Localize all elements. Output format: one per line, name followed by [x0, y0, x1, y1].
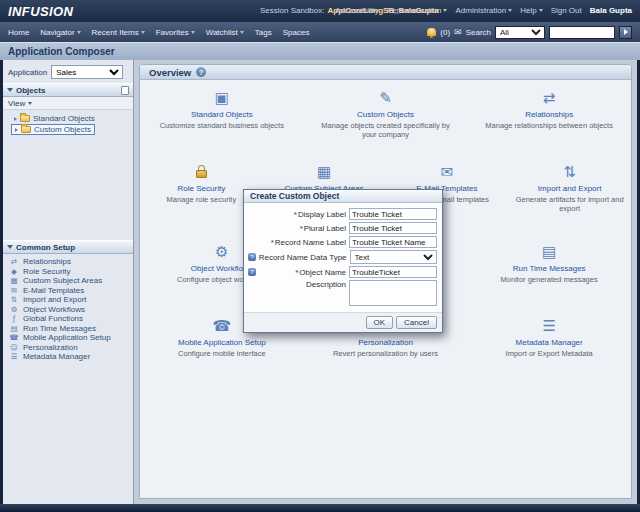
sidebar-item-email-templates[interactable]: ✉E-Mail Templates [3, 286, 133, 296]
sidebar-item-global-functions[interactable]: ƒGlobal Functions [3, 314, 133, 324]
card-link[interactable]: Metadata Manager [516, 338, 583, 347]
display-label-label: *Display Label [259, 210, 349, 219]
create-custom-object-dialog: Create Custom Object *Display Label *Plu… [243, 189, 443, 333]
plural-label-input[interactable] [349, 222, 437, 234]
tree-item-label: Standard Objects [33, 114, 95, 123]
card-link[interactable]: Run Time Messages [513, 264, 586, 273]
card-run-time-messages[interactable]: ▤ Run Time Messages Monitor generated me… [479, 242, 619, 284]
chevron-down-icon [28, 102, 32, 105]
search-area: (0) ✉ Search All [427, 26, 632, 39]
card-row-1: ▣ Standard Objects Customize standard bu… [140, 88, 631, 140]
common-setup-list: ⇄Relationships ◆Role Security ▦Custom Su… [3, 254, 133, 365]
sidebar-item-personalization[interactable]: ☺Personalization [3, 343, 133, 353]
tree-item-standard-objects[interactable]: Standard Objects [11, 113, 98, 124]
metadata-icon: ☰ [9, 352, 19, 361]
sidebar-item-role-security[interactable]: ◆Role Security [3, 267, 133, 277]
accessibility-link[interactable]: Accessibility [335, 6, 379, 15]
sign-out-link[interactable]: Sign Out [551, 6, 582, 15]
application-select[interactable]: Sales [51, 65, 123, 79]
plural-label-row: *Plural Label [248, 222, 437, 234]
menu-item-navigator[interactable]: Navigator [40, 28, 80, 37]
sidebar-item-run-time-messages[interactable]: ▤Run Time Messages [3, 324, 133, 334]
ok-button[interactable]: OK [366, 316, 394, 329]
card-desc: Manage role security [167, 195, 237, 204]
sidebar-item-object-workflows[interactable]: ⚙Object Workflows [3, 305, 133, 315]
card-link[interactable]: Mobile Application Setup [178, 338, 266, 347]
mail-icon[interactable]: ✉ [454, 27, 462, 37]
dialog-body: *Display Label *Plural Label *Record Nam… [244, 203, 442, 312]
card-standard-objects[interactable]: ▣ Standard Objects Customize standard bu… [152, 88, 292, 140]
card-relationships[interactable]: ⇄ Relationships Manage relationships bet… [479, 88, 619, 140]
search-label: Search [466, 28, 491, 37]
help-menu[interactable]: Help [520, 6, 542, 15]
window-bottom-frame [0, 504, 640, 512]
card-metadata-manager[interactable]: ☰ Metadata Manager Import or Export Meta… [479, 316, 619, 358]
sidebar: Application Sales Objects View Standard … [3, 60, 134, 504]
description-textarea[interactable] [349, 280, 437, 306]
card-link[interactable]: Role Security [178, 184, 226, 193]
object-name-input[interactable] [349, 266, 437, 278]
messages-icon: ▤ [9, 324, 19, 333]
cancel-button[interactable]: Cancel [396, 316, 437, 329]
sidebar-item-custom-subject-areas[interactable]: ▦Custom Subject Areas [3, 276, 133, 286]
disclosure-triangle-icon [7, 88, 13, 92]
sidebar-item-metadata-manager[interactable]: ☰Metadata Manager [3, 352, 133, 362]
view-menu-button[interactable]: View [3, 97, 133, 110]
card-desc: Manage objects created specifically by y… [315, 121, 455, 140]
standard-objects-icon: ▣ [215, 88, 229, 108]
card-role-security[interactable]: Role Security Manage role security [144, 162, 259, 214]
card-link[interactable]: Import and Export [538, 184, 602, 193]
sidebar-item-mobile-application-setup[interactable]: ☎Mobile Application Setup [3, 333, 133, 343]
card-custom-objects[interactable]: ✎ Custom Objects Manage objects created … [315, 88, 455, 140]
card-link[interactable]: Personalization [358, 338, 413, 347]
search-scope-select[interactable]: All [495, 26, 545, 39]
folder-icon [20, 115, 30, 122]
menu-item-tags[interactable]: Tags [255, 28, 272, 37]
tree-item-custom-objects[interactable]: Custom Objects [11, 124, 95, 135]
common-setup-header[interactable]: Common Setup [3, 240, 133, 254]
help-icon[interactable]: ? [196, 67, 206, 77]
personalization-menu[interactable]: Personalization [387, 6, 448, 15]
expand-icon[interactable] [15, 128, 18, 132]
expand-icon[interactable] [14, 117, 17, 121]
overview-title: Overview [149, 67, 191, 78]
overview-header: Overview ? [140, 65, 631, 80]
subject-areas-icon: ▦ [317, 162, 331, 182]
mobile-icon: ☎ [212, 316, 231, 336]
info-icon[interactable]: ? [248, 268, 256, 276]
relationships-icon: ⇄ [543, 88, 556, 108]
card-desc: Customize standard business objects [160, 121, 284, 130]
objects-page-icon[interactable] [121, 86, 129, 95]
chevron-down-icon [443, 9, 447, 12]
info-icon[interactable]: ? [248, 253, 256, 261]
notifications-bell-icon[interactable] [427, 28, 436, 36]
notifications-count[interactable]: (0) [440, 28, 450, 37]
menu-item-recent-items[interactable]: Recent Items [92, 28, 145, 37]
menu-item-favorites[interactable]: Favorites [156, 28, 195, 37]
display-label-input[interactable] [349, 208, 437, 220]
metadata-icon: ☰ [542, 316, 555, 336]
administration-menu[interactable]: Administration [455, 6, 512, 15]
sidebar-item-import-export[interactable]: ⇅Import and Export [3, 295, 133, 305]
card-link[interactable]: Custom Objects [357, 110, 414, 119]
mobile-icon: ☎ [9, 333, 19, 342]
search-input[interactable] [549, 26, 615, 39]
sidebar-item-relationships[interactable]: ⇄Relationships [3, 257, 133, 267]
menu-item-spaces[interactable]: Spaces [283, 28, 310, 37]
objects-panel-header[interactable]: Objects [3, 83, 133, 97]
page-title-bar: Application Composer [0, 42, 640, 60]
common-setup-label: Common Setup [16, 243, 75, 252]
custom-objects-icon: ✎ [379, 88, 392, 108]
card-link[interactable]: Standard Objects [191, 110, 253, 119]
application-chooser: Application Sales [3, 60, 133, 83]
search-go-button[interactable] [619, 26, 632, 39]
record-name-label-row: *Record Name Label [248, 236, 437, 248]
record-name-label-input[interactable] [349, 236, 437, 248]
card-link[interactable]: Relationships [525, 110, 573, 119]
chevron-down-icon [240, 31, 244, 34]
record-name-data-type-select[interactable]: Text [350, 250, 437, 264]
email-icon: ✉ [441, 162, 454, 182]
card-import-export[interactable]: ⇅ Import and Export Generate artifacts f… [512, 162, 627, 214]
menu-item-home[interactable]: Home [8, 28, 29, 37]
menu-item-watchlist[interactable]: Watchlist [206, 28, 244, 37]
